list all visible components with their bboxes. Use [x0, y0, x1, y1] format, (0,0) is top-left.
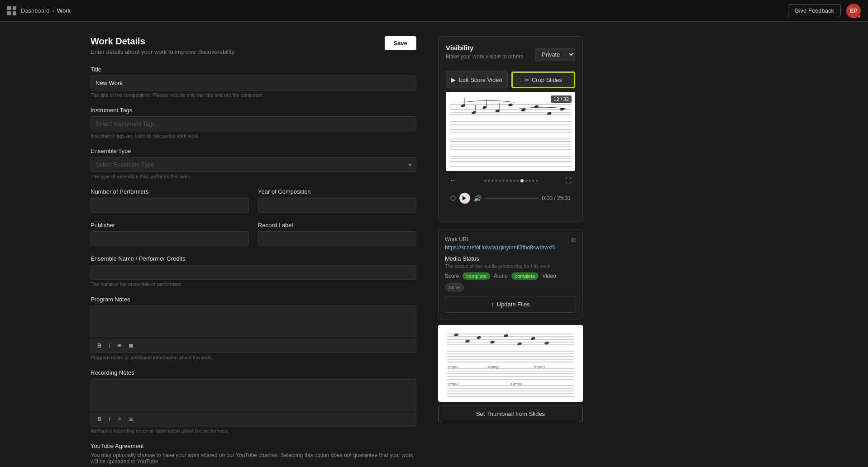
grid-icon[interactable]	[7, 6, 16, 15]
set-thumbnail-button[interactable]: Set Thumbnail from Slides	[438, 405, 583, 422]
recording-italic-button[interactable]: I	[107, 415, 112, 423]
update-files-button[interactable]: ↑ Update Files	[445, 296, 576, 313]
year-label: Year of Composition	[258, 188, 416, 195]
record-label-field-group: Record Label	[258, 222, 416, 246]
instrument-tags-field-group: Instrument Tags Instrument tags are used…	[91, 107, 416, 138]
title-hint: The title of the composition. Please inc…	[91, 92, 416, 98]
work-details-header: Work Details Enter details about your wo…	[91, 36, 416, 55]
instrument-tags-hint: Instrument tags are used to categorize y…	[91, 133, 416, 138]
performers-year-row: Number of Performers Year of Composition	[91, 188, 416, 222]
visibility-row: Visibility Make your work visible to oth…	[446, 44, 575, 65]
slide-dot	[536, 180, 538, 182]
unordered-list-button[interactable]: ≡	[116, 341, 123, 350]
slide-dot	[513, 180, 515, 182]
audio-circle	[450, 195, 456, 201]
work-details-subtitle: Enter details about your work to improve…	[91, 48, 236, 55]
upload-icon: ↑	[491, 301, 494, 308]
slide-dot	[517, 180, 519, 182]
slide-dot	[499, 180, 501, 182]
recording-notes-textarea[interactable]	[91, 379, 416, 410]
avatar[interactable]: EP	[846, 4, 861, 18]
give-feedback-button[interactable]: Give Feedback	[788, 4, 841, 17]
slide-nav: ← ⛶	[446, 175, 575, 186]
title-input[interactable]	[91, 76, 416, 91]
slide-dot	[488, 180, 490, 182]
ensemble-name-field-group: Ensemble Name / Performer Credits The na…	[91, 255, 416, 287]
work-url-card: Work URL https://scorefol.io/w/a1qinyIrm…	[438, 229, 583, 319]
youtube-agreement-text: You may optionally choose to have your w…	[91, 452, 416, 465]
main-layout: Work Details Enter details about your wo…	[0, 22, 868, 467]
recording-unordered-list-button[interactable]: ≡	[116, 415, 123, 423]
ensemble-type-select[interactable]: Select Ensemble Type Solo Duo Trio Quart…	[91, 157, 416, 172]
ensemble-name-input[interactable]	[91, 265, 416, 280]
volume-icon[interactable]: 🔊	[474, 195, 482, 202]
nav-left: Dashboard › Work	[7, 6, 71, 15]
time-display: 0:00 / 25:31	[542, 195, 571, 201]
recording-ordered-list-button[interactable]: ≣	[127, 415, 135, 423]
work-url-content: Work URL https://scorefol.io/w/a1qinyIrm…	[445, 236, 556, 251]
publisher-label: Publisher	[91, 222, 249, 229]
program-notes-toolbar: B I ≡ ≣	[91, 338, 416, 353]
breadcrumb-dashboard[interactable]: Dashboard	[21, 7, 50, 14]
svg-text:Tempo I: Tempo I	[447, 382, 458, 386]
youtube-agreement-field-group: YouTube Agreement You may optionally cho…	[91, 443, 416, 465]
score-buttons-row: ▶ Edit Score Video ✂ Crop Slides	[446, 71, 575, 88]
score-media-label: Score	[445, 273, 459, 279]
publisher-input[interactable]	[91, 231, 249, 246]
program-notes-textarea[interactable]	[91, 305, 416, 337]
slide-dot	[510, 180, 512, 182]
title-field-group: Title The title of the composition. Plea…	[91, 66, 416, 98]
ensemble-type-field-group: Ensemble Type Select Ensemble Type Solo …	[91, 148, 416, 179]
slide-dot	[495, 180, 497, 182]
recording-notes-label: Recording Notes	[91, 369, 416, 376]
slide-dots	[457, 179, 565, 182]
audio-badge: complete	[511, 272, 539, 280]
publisher-field-group: Publisher	[91, 222, 249, 246]
year-input[interactable]	[258, 198, 416, 213]
work-url-link[interactable]: https://scorefol.io/w/a1qinyIrmfi3fbo8sw…	[445, 244, 556, 251]
nav-right: Give Feedback EP	[788, 4, 861, 18]
save-button[interactable]: Save	[385, 36, 416, 50]
ensemble-name-hint: The name of the ensemble or performers.	[91, 281, 416, 287]
slide-dot	[532, 180, 534, 182]
performers-label: Number of Performers	[91, 188, 249, 195]
ordered-list-button[interactable]: ≣	[127, 341, 135, 350]
video-media-label: Video	[542, 273, 556, 279]
svg-text:Tempo I: Tempo I	[447, 365, 458, 369]
score-preview-inner	[446, 92, 575, 171]
ensemble-type-select-wrapper: Select Ensemble Type Solo Duo Trio Quart…	[91, 157, 416, 172]
slide-dot	[484, 180, 486, 182]
record-label-label: Record Label	[258, 222, 416, 229]
record-label-input[interactable]	[258, 231, 416, 246]
italic-button[interactable]: I	[107, 341, 112, 350]
fullscreen-button[interactable]: ⛶	[565, 177, 572, 184]
slide-dot	[506, 180, 508, 182]
work-url-label: Work URL	[445, 236, 556, 243]
thumbnail-svg: Tempo I a tempo Tempo II Tempo I a tempo	[438, 325, 583, 402]
ensemble-type-hint: The type of ensemble that performs this …	[91, 174, 416, 179]
copy-url-button[interactable]: ⧉	[572, 236, 576, 244]
notification-dot	[857, 14, 861, 18]
right-panel: Visibility Make your work visible to oth…	[438, 36, 583, 467]
audio-player: 🔊 0:00 / 25:31	[446, 189, 575, 207]
svg-text:Tempo II: Tempo II	[533, 365, 545, 369]
progress-bar[interactable]	[485, 198, 539, 199]
work-details-title: Work Details	[91, 36, 236, 47]
svg-rect-34	[443, 325, 578, 402]
title-label: Title	[91, 66, 416, 73]
svg-text:a tempo: a tempo	[510, 382, 522, 386]
slide-dot	[529, 180, 531, 182]
slide-dot	[525, 180, 527, 182]
video-icon: ▶	[451, 76, 456, 83]
prev-slide-button[interactable]: ←	[449, 176, 457, 185]
bold-button[interactable]: B	[95, 341, 103, 350]
recording-bold-button[interactable]: B	[95, 415, 103, 423]
crop-slides-button[interactable]: ✂ Crop Slides	[511, 71, 575, 88]
visibility-select[interactable]: Private Public Unlisted	[535, 48, 575, 61]
play-button[interactable]	[459, 193, 470, 204]
slide-counter: 12 / 32	[551, 95, 572, 103]
program-notes-hint: Program notes or additional information …	[91, 355, 416, 360]
edit-score-video-button[interactable]: ▶ Edit Score Video	[446, 71, 508, 88]
instrument-tags-input[interactable]	[91, 116, 416, 131]
performers-input[interactable]	[91, 198, 249, 213]
